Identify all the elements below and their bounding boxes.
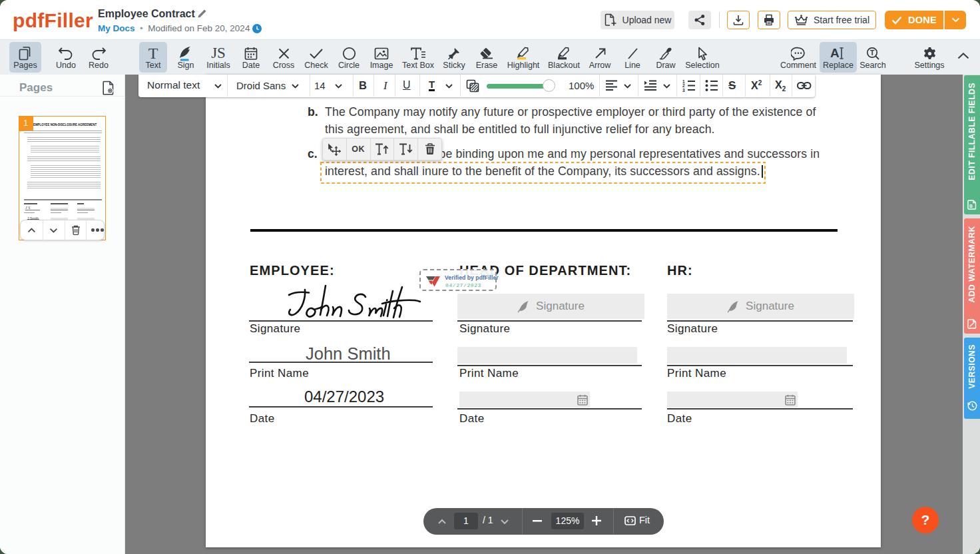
svg-text:T: T bbox=[869, 49, 874, 57]
svg-text:B: B bbox=[969, 204, 973, 208]
svg-text:3: 3 bbox=[682, 88, 685, 93]
svg-text:A: A bbox=[830, 46, 840, 60]
